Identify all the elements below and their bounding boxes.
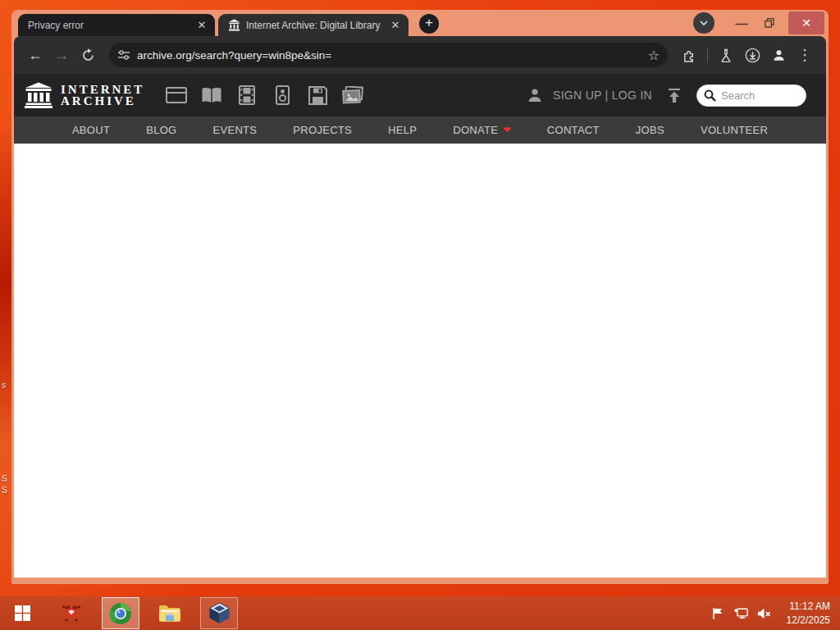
media-software-icon[interactable] — [307, 85, 328, 105]
archive-header: INTERNET ARCHIVE — [14, 74, 826, 116]
puzzle-icon — [682, 48, 696, 62]
upload-icon[interactable] — [667, 88, 682, 103]
menu-button[interactable]: ⋮ — [793, 43, 816, 66]
desktop: s S S Privacy error ✕ Internet Archive: … — [0, 0, 840, 630]
tab-title: Internet Archive: Digital Library — [246, 20, 389, 31]
profile-button[interactable] — [767, 43, 790, 66]
reload-icon — [81, 48, 95, 62]
media-images-icon[interactable] — [342, 85, 363, 105]
user-icon — [527, 87, 543, 103]
tab-privacy-error[interactable]: Privacy error ✕ — [18, 14, 215, 36]
tab-search-button[interactable] — [693, 12, 714, 34]
address-bar[interactable]: archive.org/search?query=win8pe&sin= ☆ — [109, 43, 668, 67]
archive-search-input[interactable] — [721, 89, 795, 102]
clock-date: 12/2/2025 — [787, 614, 830, 627]
media-audio-icon[interactable] — [272, 85, 293, 105]
nav-blog[interactable]: BLOG — [146, 124, 176, 136]
browser-window: Privacy error ✕ Internet Archive: Digita… — [11, 10, 829, 584]
back-button[interactable]: ← — [24, 43, 47, 66]
browser-toolbar: ← → archive.org/search?query=win8pe&sin=… — [14, 36, 826, 74]
reload-button[interactable] — [76, 43, 99, 66]
archive-search-box[interactable] — [696, 84, 806, 107]
downloads-button[interactable] — [741, 43, 764, 66]
close-button[interactable]: ✕ — [788, 11, 824, 34]
nav-donate[interactable]: DONATE❤ — [453, 124, 511, 136]
desktop-icon-label-fragment: S — [2, 486, 7, 495]
blank-page-body — [14, 144, 826, 578]
nav-help[interactable]: HELP — [388, 124, 417, 136]
media-texts-icon[interactable] — [201, 85, 222, 105]
system-tray: ✕ 11:12 AM 12/2/2025 — [711, 600, 837, 626]
extensions-button[interactable] — [678, 43, 701, 66]
restore-icon — [765, 18, 774, 28]
nav-about[interactable]: ABOUT — [72, 124, 110, 136]
new-tab-button[interactable]: + — [419, 14, 439, 34]
volume-muted-icon[interactable] — [757, 606, 772, 621]
chevron-down-icon — [700, 21, 708, 25]
taskbar-app-virtualbox[interactable] — [200, 597, 238, 629]
taskbar-clock[interactable]: 11:12 AM 12/2/2025 — [780, 600, 830, 626]
archive-wordmark: INTERNET ARCHIVE — [61, 84, 144, 107]
nav-projects[interactable]: PROJECTS — [293, 124, 352, 136]
clock-time: 11:12 AM — [787, 600, 830, 613]
svg-text:✕: ✕ — [719, 614, 725, 620]
nav-jobs[interactable]: JOBS — [636, 124, 664, 136]
tab-title: Privacy error — [28, 20, 195, 31]
flask-icon — [719, 48, 733, 62]
archive-favicon-icon — [228, 19, 240, 31]
profile-icon — [772, 48, 786, 62]
bookmark-star-icon[interactable]: ☆ — [648, 48, 660, 63]
page-content: INTERNET ARCHIVE — [14, 74, 826, 578]
folder-icon — [158, 604, 181, 623]
tab-close-icon[interactable]: ✕ — [389, 19, 402, 32]
media-video-icon[interactable] — [236, 85, 258, 105]
tab-internet-archive[interactable]: Internet Archive: Digital Library ✕ — [218, 14, 409, 36]
forward-button[interactable]: → — [50, 43, 73, 66]
taskbar: ✕ 11:12 AM 12/2/2025 — [0, 596, 840, 630]
media-type-nav — [166, 85, 363, 105]
minimize-button[interactable]: — — [728, 12, 756, 34]
archive-temple-icon — [24, 82, 53, 108]
window-controls: — ✕ — [693, 10, 824, 36]
media-web-icon[interactable] — [166, 85, 187, 105]
archive-logo[interactable]: INTERNET ARCHIVE — [24, 82, 144, 108]
taskbar-app-file-explorer[interactable] — [151, 597, 189, 629]
nav-contact[interactable]: CONTACT — [547, 124, 600, 136]
toolbar-divider — [707, 48, 708, 62]
archive-header-right: SIGN UP | LOG IN — [527, 84, 818, 107]
labs-button[interactable] — [714, 43, 737, 66]
taskbar-app-red-tool[interactable] — [52, 597, 90, 629]
start-button[interactable] — [3, 596, 41, 630]
restore-button[interactable] — [756, 12, 783, 34]
windows-logo-icon — [15, 605, 30, 621]
site-settings-icon — [117, 49, 130, 61]
signup-login-link[interactable]: SIGN UP | LOG IN — [553, 89, 652, 102]
desktop-icon-label-fragment: S — [2, 474, 7, 483]
red-app-icon — [61, 604, 82, 623]
action-center-alert-icon[interactable]: ✕ — [711, 606, 726, 621]
archive-nav: ABOUT BLOG EVENTS PROJECTS HELP DONATE❤ … — [14, 116, 826, 144]
nav-volunteer[interactable]: VOLUNTEER — [701, 124, 768, 136]
download-icon — [745, 48, 760, 63]
url-text: archive.org/search?query=win8pe&sin= — [137, 49, 641, 62]
browser-app-icon — [109, 602, 132, 625]
tab-close-icon[interactable]: ✕ — [195, 19, 208, 32]
network-status-icon[interactable] — [734, 606, 749, 621]
nav-events[interactable]: EVENTS — [213, 124, 258, 136]
desktop-icon-label-fragment: s — [2, 381, 6, 390]
tab-strip: Privacy error ✕ Internet Archive: Digita… — [14, 10, 826, 36]
taskbar-app-browser[interactable] — [102, 597, 139, 629]
search-icon — [704, 89, 716, 102]
virtualbox-icon — [208, 602, 231, 624]
heart-icon: ❤ — [503, 125, 511, 135]
